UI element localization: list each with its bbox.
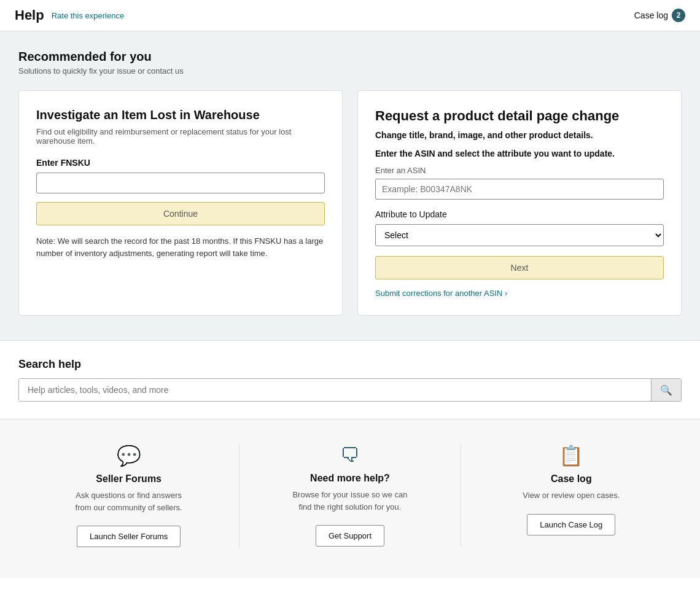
- case-log-label: Case log: [634, 10, 668, 20]
- card1-subtitle: Find out eligibility and reimbursement o…: [36, 127, 325, 146]
- fnsku-input[interactable]: [36, 173, 325, 193]
- rate-experience-link[interactable]: Rate this experience: [52, 11, 125, 20]
- need-help-title: Need more help?: [310, 473, 390, 484]
- attribute-label: Attribute to Update: [375, 209, 664, 219]
- search-bar: 🔍: [18, 378, 682, 402]
- product-detail-card: Request a product detail page change Cha…: [357, 90, 682, 316]
- card1-note: Note: We will search the record for the …: [36, 235, 325, 259]
- case-log-card-title: Case log: [551, 473, 592, 485]
- launch-case-log-button[interactable]: Launch Case Log: [527, 514, 615, 535]
- continue-button[interactable]: Continue: [36, 202, 325, 225]
- need-more-help-card: 🗨 Need more help? Browse for your issue …: [239, 444, 461, 547]
- header: Help Rate this experience Case log 2: [0, 0, 700, 31]
- recommended-title: Recommended for you: [18, 50, 682, 64]
- case-log-icon: 📋: [559, 444, 583, 467]
- card1-title: Investigate an Item Lost in Warehouse: [36, 108, 325, 122]
- case-log-card: 📋 Case log View or review open cases. La…: [461, 444, 682, 547]
- card2-change-text: Change title, brand, image, and other pr…: [375, 130, 664, 140]
- attribute-select[interactable]: Select Title Brand Image Description Bul…: [375, 224, 664, 246]
- case-log-button[interactable]: Case log 2: [634, 9, 685, 22]
- card2-title: Request a product detail page change: [375, 108, 664, 124]
- submit-another-asin-link[interactable]: Submit corrections for another ASIN ›: [375, 289, 507, 298]
- header-left: Help Rate this experience: [15, 7, 124, 23]
- help-title: Help: [15, 7, 44, 23]
- search-input[interactable]: [19, 379, 651, 401]
- forums-desc: Ask questions or find answersfrom our co…: [76, 489, 182, 513]
- seller-forums-card: 💬 Seller Forums Ask questions or find an…: [18, 444, 239, 547]
- next-button[interactable]: Next: [375, 256, 664, 279]
- forums-title: Seller Forums: [96, 473, 161, 485]
- bottom-section: 💬 Seller Forums Ask questions or find an…: [0, 419, 700, 578]
- asin-label: Enter an ASIN: [375, 166, 664, 175]
- launch-seller-forums-button[interactable]: Launch Seller Forums: [77, 526, 181, 547]
- need-help-desc: Browse for your issue so we canfind the …: [292, 489, 407, 513]
- get-support-button[interactable]: Get Support: [316, 525, 384, 547]
- forums-icon: 💬: [117, 444, 141, 467]
- investigate-item-card: Investigate an Item Lost in Warehouse Fi…: [18, 90, 343, 316]
- recommended-subtitle: Solutions to quickly fix your issue or c…: [18, 66, 682, 76]
- search-button[interactable]: 🔍: [651, 379, 681, 401]
- card2-instruction: Enter the ASIN and select the attribute …: [375, 149, 664, 158]
- fnsku-label: Enter FNSKU: [36, 158, 325, 168]
- recommended-section: Recommended for you Solutions to quickly…: [0, 31, 700, 340]
- need-help-icon: 🗨: [340, 444, 360, 467]
- search-title: Search help: [18, 358, 682, 371]
- case-log-card-desc: View or review open cases.: [523, 489, 620, 502]
- asin-input[interactable]: [375, 179, 664, 200]
- search-section: Search help 🔍: [0, 340, 700, 419]
- cards-container: Investigate an Item Lost in Warehouse Fi…: [18, 90, 682, 316]
- case-log-count-badge: 2: [672, 9, 685, 22]
- search-icon: 🔍: [660, 385, 672, 395]
